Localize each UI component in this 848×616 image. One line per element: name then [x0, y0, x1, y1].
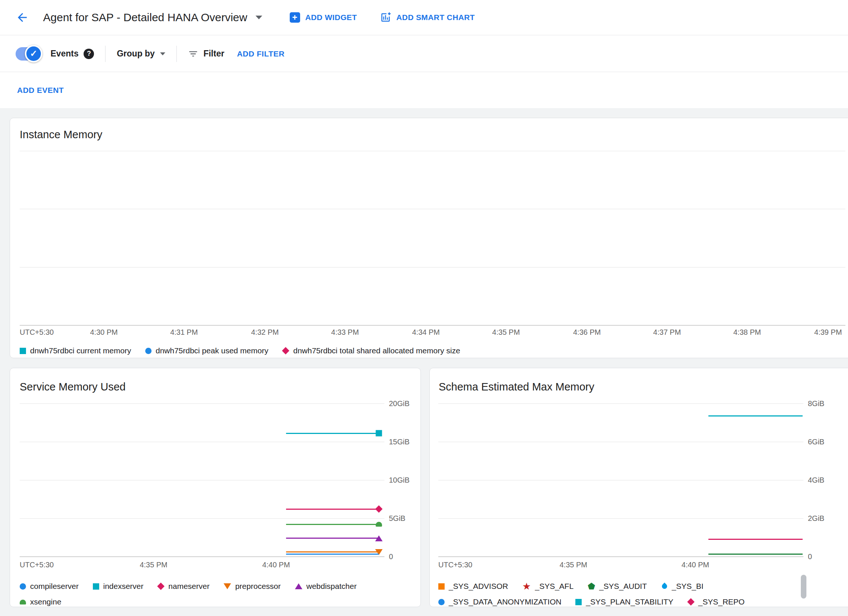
- gridline: [20, 404, 384, 404]
- legend-label: _SYS_PLAN_STABILITY: [586, 597, 673, 606]
- add-widget-plus-icon: +: [290, 12, 300, 23]
- gridline: [438, 518, 804, 519]
- x-tick-label: 4:31 PM: [170, 328, 198, 337]
- y-axis-labels: 8GiB6GiB4GiB2GiB0: [808, 404, 840, 557]
- y-tick-label: 15GiB: [389, 438, 410, 446]
- events-help-icon[interactable]: ?: [84, 49, 94, 59]
- chart-title: Instance Memory: [20, 129, 102, 141]
- legend-item[interactable]: _SYS_BI: [661, 582, 704, 591]
- square-marker-icon: [575, 599, 582, 605]
- square-marker-icon: [20, 348, 26, 354]
- timezone-label: UTC+5:30: [20, 328, 54, 337]
- series-line-indexserver[interactable]: [286, 433, 379, 434]
- x-tick-label: 4:35 PM: [559, 561, 587, 569]
- add-smart-chart-icon: [380, 12, 391, 23]
- legend-item[interactable]: nameserver: [157, 582, 209, 591]
- plot-area[interactable]: [438, 404, 804, 557]
- x-axis-labels: UTC+5:304:35 PM4:40 PM: [20, 561, 384, 572]
- add-smart-chart-button[interactable]: ADD SMART CHART: [380, 12, 475, 23]
- circle-marker-icon: [20, 583, 26, 589]
- x-axis-line: [20, 557, 384, 557]
- triangle-up-marker-icon: [295, 583, 302, 589]
- legend-item[interactable]: dnwh75rdbci peak used memory: [145, 346, 268, 355]
- add-widget-button[interactable]: + ADD WIDGET: [290, 12, 357, 23]
- group-by-dropdown[interactable]: Group by: [117, 49, 165, 59]
- legend-item[interactable]: ⬟_SYS_AUDIT: [588, 582, 647, 591]
- filter-label: Filter: [203, 49, 224, 59]
- series-end-marker: [375, 535, 382, 541]
- series-line-_SYS_AUDIT[interactable]: [708, 554, 803, 555]
- filter-control[interactable]: Filter: [188, 49, 224, 59]
- square-marker-icon: [376, 430, 382, 436]
- series-line-compileserver[interactable]: [286, 554, 379, 555]
- y-tick-label: 8GiB: [808, 399, 824, 408]
- dashboard-title: Agent for SAP - Detailed HANA Overview: [43, 11, 248, 24]
- x-tick-label: 4:35 PM: [492, 328, 520, 337]
- y-tick-label: 6GiB: [808, 438, 824, 446]
- diamond-marker-icon: [375, 505, 382, 513]
- legend-item[interactable]: _SYS_ADVISOR: [438, 582, 508, 591]
- back-button[interactable]: [15, 10, 30, 25]
- x-axis-labels: UTC+5:304:35 PM4:40 PM: [438, 561, 804, 572]
- plot-area[interactable]: [20, 151, 845, 325]
- arrow-back-icon: [16, 11, 29, 24]
- legend-label: webdispatcher: [307, 582, 357, 591]
- legend: compileserverindexservernameserverprepro…: [20, 582, 395, 606]
- dome-marker-icon: [376, 522, 382, 527]
- gridline: [438, 480, 804, 480]
- title-dropdown-caret-icon[interactable]: [255, 16, 262, 19]
- legend-item[interactable]: preprocessor: [224, 582, 281, 591]
- chart-card-instance-memory: Instance Memory UTC+5:304:30 PM4:31 PM4:…: [10, 118, 848, 358]
- series-line-_SYS_PLAN_STABILITY[interactable]: [708, 416, 803, 417]
- y-tick-label: 0: [808, 552, 812, 561]
- x-axis-labels: UTC+5:304:30 PM4:31 PM4:32 PM4:33 PM4:34…: [20, 328, 845, 339]
- series-line-_SYS_REPO[interactable]: [708, 539, 803, 540]
- square-marker-icon: [438, 583, 445, 589]
- legend-label: indexserver: [103, 582, 144, 591]
- group-by-label: Group by: [117, 49, 154, 59]
- series-line-xsengine[interactable]: [286, 524, 379, 525]
- legend-item[interactable]: ★_SYS_AFL: [522, 582, 574, 591]
- legend: dnwh75rdbci current memorydnwh75rdbci pe…: [20, 346, 842, 355]
- series-line-webdispatcher[interactable]: [286, 537, 379, 539]
- y-tick-label: 4GiB: [808, 476, 824, 484]
- gridline: [20, 151, 845, 151]
- legend-item[interactable]: _SYS_REPO: [688, 597, 745, 606]
- legend-label: dnwh75rdbci total shared allocated memor…: [293, 346, 460, 355]
- series-line-preprocessor[interactable]: [286, 551, 379, 552]
- gridline: [20, 267, 845, 267]
- gridline: [20, 442, 384, 442]
- x-axis-line: [438, 557, 804, 557]
- legend-item[interactable]: webdispatcher: [295, 582, 357, 591]
- x-tick-label: 4:38 PM: [733, 328, 761, 337]
- legend-item[interactable]: dnwh75rdbci total shared allocated memor…: [282, 346, 460, 355]
- add-event-button[interactable]: ADD EVENT: [17, 86, 64, 95]
- group-by-caret-icon: [160, 52, 165, 55]
- gridline: [20, 480, 384, 480]
- x-tick-label: 4:32 PM: [251, 328, 279, 337]
- x-tick-label: 4:35 PM: [140, 561, 167, 569]
- series-line-nameserver[interactable]: [286, 509, 379, 510]
- events-toggle[interactable]: ✓: [16, 47, 41, 61]
- legend-item[interactable]: compileserver: [20, 582, 79, 591]
- x-tick-label: 4:30 PM: [90, 328, 117, 337]
- x-tick-label: 4:40 PM: [262, 561, 290, 569]
- x-tick-label: 4:33 PM: [331, 328, 359, 337]
- legend-item[interactable]: xsengine: [20, 597, 61, 606]
- legend-label: _SYS_DATA_ANONYMIZATION: [449, 597, 561, 606]
- triangle-down-marker-icon: [224, 583, 231, 589]
- chart-title: Service Memory Used: [20, 381, 126, 393]
- add-filter-button[interactable]: ADD FILTER: [237, 49, 285, 58]
- legend-item[interactable]: _SYS_PLAN_STABILITY: [575, 597, 673, 606]
- legend-label: _SYS_BI: [672, 582, 704, 591]
- legend-item[interactable]: _SYS_DATA_ANONYMIZATION: [438, 597, 561, 606]
- chart-card-schema-estimated-max-memory: Schema Estimated Max Memory 8GiB6GiB4GiB…: [429, 368, 848, 607]
- gridline: [438, 442, 804, 442]
- y-tick-label: 5GiB: [389, 514, 405, 523]
- legend-label: preprocessor: [235, 582, 281, 591]
- legend-item[interactable]: dnwh75rdbci current memory: [20, 346, 131, 355]
- legend-item[interactable]: indexserver: [93, 582, 144, 591]
- chart-card-service-memory-used: Service Memory Used 20GiB15GiB10GiB5GiB0…: [10, 368, 421, 607]
- legend-scrollbar-thumb[interactable]: [801, 575, 806, 598]
- plot-area[interactable]: [20, 404, 384, 557]
